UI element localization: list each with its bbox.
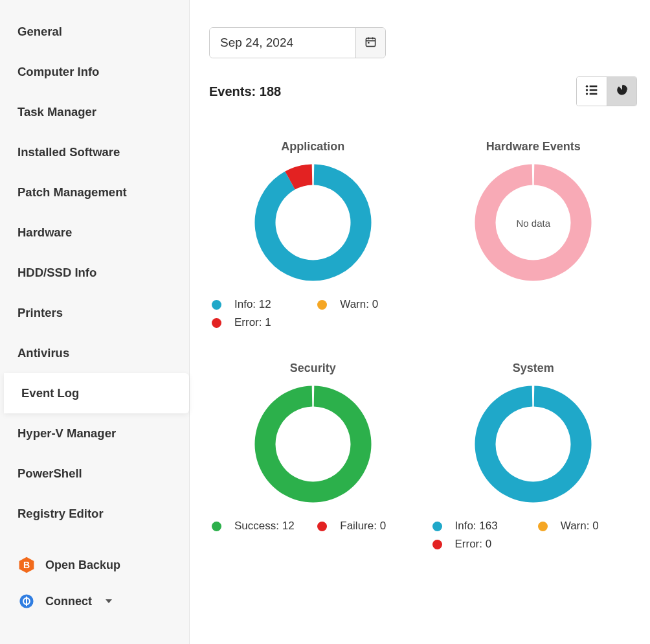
chevron-down-icon [106,599,112,603]
donut-chart [430,384,638,504]
charts-grid: ApplicationInfo: 12Warn: 0Error: 1Hardwa… [209,140,637,551]
legend-dot [317,300,327,310]
pie-chart-icon [616,84,629,100]
sidebar-item-task-manager[interactable]: Task Manager [0,92,189,132]
connect-icon [17,592,36,610]
open-backup-button[interactable]: B Open Backup [0,547,189,583]
backup-icon: B [17,556,36,574]
calendar-button[interactable] [355,28,385,58]
donut-chart: No data [430,163,638,282]
sidebar-item-registry-editor[interactable]: Registry Editor [0,494,189,534]
legend-dot [432,522,442,531]
legend-label: Info: 12 [234,298,271,311]
list-view-button[interactable] [577,77,607,106]
chart-title: System [430,362,638,375]
legend-label: Success: 12 [234,520,295,533]
chart-card-application: ApplicationInfo: 12Warn: 0Error: 1 [209,140,417,329]
svg-point-10 [586,89,588,91]
sidebar-item-general[interactable]: General [0,12,189,52]
date-input[interactable] [210,28,355,58]
chart-card-security: SecuritySuccess: 12Failure: 0 [209,362,417,551]
list-icon [585,84,598,99]
sidebar-item-hyper-v-manager[interactable]: Hyper-V Manager [0,413,189,454]
no-data-label: No data [516,217,550,228]
svg-point-9 [586,85,588,87]
main-panel: Events: 188 [190,0,650,644]
donut-chart [209,163,417,282]
legend-dot [432,540,442,549]
chart-legend: Info: 12Warn: 0Error: 1 [209,298,417,329]
sidebar-item-hdd-ssd-info[interactable]: HDD/SSD Info [0,253,189,293]
legend-label: Warn: 0 [340,298,378,311]
sidebar-item-powershell[interactable]: PowerShell [0,454,189,494]
chart-legend: Success: 12Failure: 0 [209,520,417,533]
svg-point-11 [586,93,588,95]
sidebar-item-printers[interactable]: Printers [0,293,189,333]
sidebar-item-installed-software[interactable]: Installed Software [0,132,189,172]
events-count-label: Events: 188 [209,84,281,99]
legend-dot [317,522,327,531]
sidebar-item-patch-management[interactable]: Patch Management [0,172,189,213]
legend-item-warn[interactable]: Warn: 0 [317,298,414,311]
svg-rect-14 [590,93,598,95]
legend-label: Info: 163 [455,520,498,533]
chart-view-button[interactable] [607,77,636,106]
legend-item-success[interactable]: Success: 12 [212,520,308,533]
chart-title: Security [209,362,417,375]
date-picker [209,27,386,58]
sidebar-footer: B Open Backup Connect [0,547,189,619]
legend-label: Failure: 0 [340,520,386,533]
legend-item-info[interactable]: Info: 12 [212,298,308,311]
legend-item-error[interactable]: Error: 1 [212,316,308,329]
chart-legend: Info: 163Warn: 0Error: 0 [430,520,638,551]
legend-dot [212,522,221,531]
sidebar-item-antivirus[interactable]: Antivirus [0,333,189,373]
legend-dot [212,300,221,310]
legend-label: Error: 0 [455,538,492,551]
connect-button[interactable]: Connect [0,583,189,619]
view-toggle [576,76,637,106]
legend-dot [538,522,548,531]
header-row: Events: 188 [209,76,637,106]
legend-dot [212,318,221,328]
donut-chart [209,384,417,504]
sidebar-item-event-log[interactable]: Event Log [4,373,189,413]
calendar-icon [364,36,377,50]
legend-item-error[interactable]: Error: 0 [432,538,529,551]
chart-title: Hardware Events [430,140,638,154]
svg-rect-8 [368,42,369,43]
svg-rect-4 [366,38,375,47]
chart-title: Application [209,140,417,154]
svg-rect-12 [590,85,598,87]
chart-card-system: SystemInfo: 163Warn: 0Error: 0 [430,362,638,551]
connect-label: Connect [45,595,92,608]
sidebar-item-computer-info[interactable]: Computer Info [0,52,189,92]
legend-label: Warn: 0 [561,520,599,533]
svg-rect-13 [590,89,598,91]
legend-item-info[interactable]: Info: 163 [432,520,529,533]
legend-label: Error: 1 [234,316,271,329]
legend-item-warn[interactable]: Warn: 0 [538,520,634,533]
sidebar-nav: GeneralComputer InfoTask ManagerInstalle… [0,12,189,534]
sidebar-item-hardware[interactable]: Hardware [0,213,189,253]
svg-text:B: B [23,560,30,570]
sidebar: GeneralComputer InfoTask ManagerInstalle… [0,0,190,644]
legend-item-failure[interactable]: Failure: 0 [317,520,414,533]
chart-card-hardware-events: Hardware EventsNo data [430,140,638,329]
open-backup-label: Open Backup [45,558,120,572]
